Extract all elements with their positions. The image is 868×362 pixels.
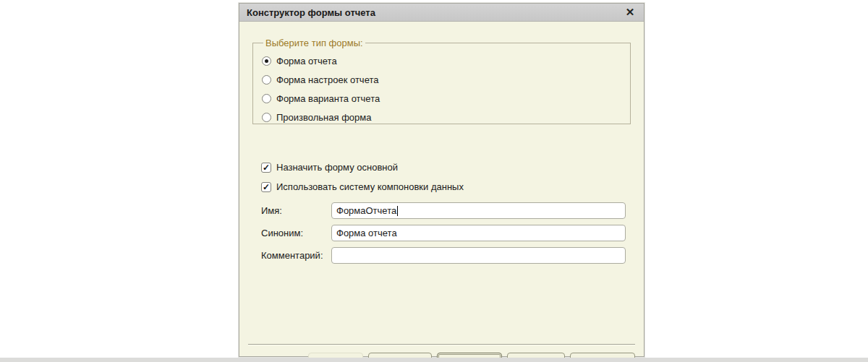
- synonym-input-value: Форма отчета: [336, 228, 397, 238]
- bottom-strip: [0, 358, 868, 362]
- checkbox-label: Использовать систему компоновки данных: [276, 181, 464, 192]
- dialog-titlebar[interactable]: Конструктор формы отчета: [239, 4, 644, 22]
- comment-input[interactable]: [331, 247, 626, 264]
- checkbox-icon[interactable]: [261, 182, 271, 192]
- dialog-content: Выберите тип формы: Форма отчета Форма н…: [239, 38, 644, 362]
- fields-section: Имя: ФормаОтчета Синоним: Форма отчета К…: [252, 202, 631, 264]
- synonym-field-label: Синоним:: [252, 228, 331, 238]
- comment-field-row: Комментарий:: [252, 247, 631, 264]
- radio-icon[interactable]: [262, 113, 271, 122]
- radio-label: Форма варианта отчета: [276, 93, 380, 104]
- text-caret: [397, 206, 398, 216]
- name-input-value: ФормаОтчета: [336, 205, 396, 216]
- checkbox-use-data-composition[interactable]: Использовать систему компоновки данных: [261, 177, 631, 197]
- synonym-field-row: Синоним: Форма отчета: [252, 225, 631, 241]
- form-type-groupbox: Выберите тип формы: Форма отчета Форма н…: [252, 38, 631, 124]
- synonym-input[interactable]: Форма отчета: [331, 225, 626, 241]
- radio-option-report-form[interactable]: Форма отчета: [262, 51, 623, 70]
- radio-icon[interactable]: [262, 75, 271, 85]
- footer-separator: [248, 344, 635, 345]
- radio-option-variant-form[interactable]: Форма варианта отчета: [262, 89, 623, 108]
- radio-label: Форма настроек отчета: [276, 74, 378, 85]
- radio-label: Форма отчета: [276, 56, 337, 66]
- checkbox-make-form-main[interactable]: Назначить форму основной: [261, 158, 631, 177]
- comment-field-label: Комментарий:: [252, 250, 331, 261]
- close-icon[interactable]: [624, 6, 637, 19]
- name-field-row: Имя: ФормаОтчета: [252, 202, 631, 219]
- radio-label: Произвольная форма: [276, 112, 371, 123]
- checkbox-section: Назначить форму основной Использовать си…: [252, 158, 631, 197]
- checkbox-icon[interactable]: [261, 163, 271, 173]
- dialog-title: Конструктор формы отчета: [247, 7, 624, 18]
- name-input[interactable]: ФормаОтчета: [331, 202, 626, 219]
- checkbox-label: Назначить форму основной: [276, 162, 398, 173]
- form-type-group-label: Выберите тип формы:: [263, 38, 365, 48]
- radio-option-custom-form[interactable]: Произвольная форма: [262, 108, 623, 126]
- name-field-label: Имя:: [252, 205, 331, 216]
- radio-icon[interactable]: [262, 56, 271, 66]
- report-form-wizard-dialog: Конструктор формы отчета Выберите тип фо…: [239, 3, 644, 357]
- radio-option-settings-form[interactable]: Форма настроек отчета: [262, 70, 623, 89]
- radio-icon[interactable]: [262, 94, 271, 103]
